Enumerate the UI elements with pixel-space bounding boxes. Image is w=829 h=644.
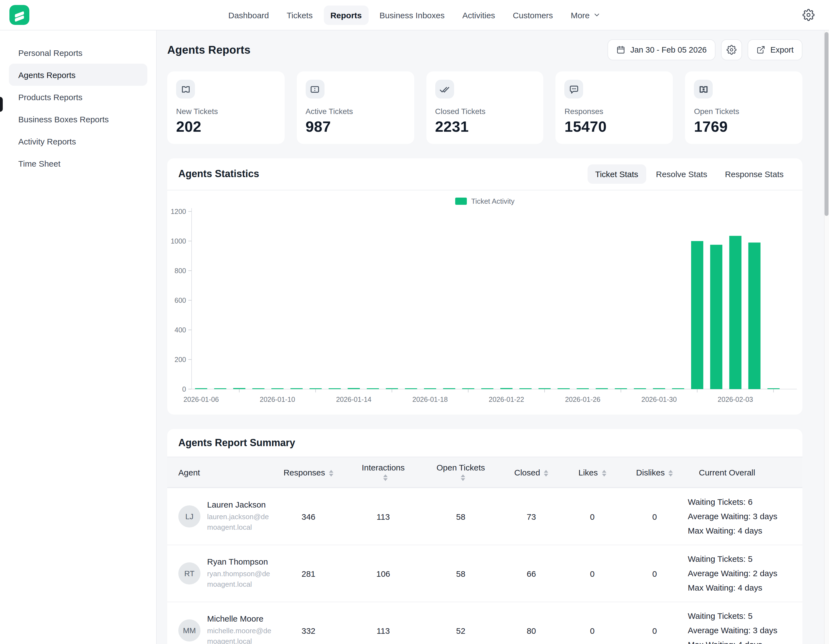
nav-item-more[interactable]: More <box>564 5 607 25</box>
tab-label: Response Stats <box>725 169 783 179</box>
column-header-agent: Agent <box>167 463 273 481</box>
export-icon <box>757 46 765 54</box>
avatar: MM <box>178 619 200 641</box>
sidebar-item-business-boxes-reports[interactable]: Business Boxes Reports <box>9 108 147 130</box>
sort-icon[interactable] <box>669 470 673 476</box>
agent-name: Michelle Moore <box>207 614 275 623</box>
svg-text:2026-01-10: 2026-01-10 <box>260 395 295 403</box>
nav-item-dashboard[interactable]: Dashboard <box>222 5 276 25</box>
agent-name: Lauren Jackson <box>207 500 275 509</box>
brand-logo-icon[interactable] <box>9 5 29 25</box>
nav-item-label: Activities <box>462 10 495 20</box>
sidebar-item-activity-reports[interactable]: Activity Reports <box>9 130 147 152</box>
sidebar-item-label: Business Boxes Reports <box>18 114 109 124</box>
stat-card-responses: Responses 15470 <box>556 71 673 144</box>
sort-icon[interactable] <box>383 474 388 481</box>
app-root: Dashboard Tickets Reports Business Inbox… <box>0 0 829 644</box>
nav-item-label: Business Inboxes <box>380 10 445 20</box>
agents-statistics-title: Agents Statistics <box>178 168 259 180</box>
table-row-michelle-moore[interactable]: MM Michelle Moore michelle.moore@demoage… <box>167 601 802 644</box>
nav-item-activities[interactable]: Activities <box>456 5 502 25</box>
agents-statistics-panel: Agents Statistics Ticket Stats Resolve S… <box>167 158 802 414</box>
page-header: Agents Reports Jan 30 - Feb 05 2026 <box>167 39 802 60</box>
report-settings-button[interactable] <box>721 39 742 60</box>
ticket-activity-bar-chart: 0200400600800100012002026-01-062026-01-1… <box>167 205 802 411</box>
chart-legend: Ticket Activity <box>167 197 802 205</box>
stat-label: Open Tickets <box>694 107 794 116</box>
closed-cell: 80 <box>500 626 563 635</box>
table-row-ryan-thompson[interactable]: RT Ryan Thompson ryan.thompson@demoagent… <box>167 545 802 601</box>
agent-name: Ryan Thompson <box>207 557 275 566</box>
nav-item-business-inboxes[interactable]: Business Inboxes <box>373 5 451 25</box>
gear-icon <box>727 45 736 55</box>
closed-cell: 66 <box>500 569 563 578</box>
sidebar-item-products-reports[interactable]: Products Reports <box>9 86 147 108</box>
svg-text:2026-01-18: 2026-01-18 <box>412 395 448 403</box>
stat-value: 1769 <box>694 118 794 135</box>
nav-item-label: More <box>571 10 589 20</box>
stat-value: 15470 <box>564 118 664 135</box>
svg-text:400: 400 <box>175 326 186 334</box>
column-header-dislikes[interactable]: Dislikes <box>621 463 688 481</box>
column-header-open-tickets[interactable]: Open Tickets <box>422 458 500 486</box>
column-header-interactions[interactable]: Interactions <box>344 458 422 486</box>
current-overall-cell: Waiting Tickets: 5 Average Waiting: 3 da… <box>688 609 802 644</box>
sort-icon[interactable] <box>460 474 465 481</box>
legend-label: Ticket Activity <box>471 197 515 205</box>
avatar: RT <box>178 562 200 584</box>
sidebar-item-time-sheet[interactable]: Time Sheet <box>9 152 147 174</box>
legend-swatch <box>455 198 467 205</box>
svg-text:0: 0 <box>182 385 186 393</box>
open-tickets-cell: 58 <box>422 512 500 521</box>
sidebar-item-label: Activity Reports <box>18 137 76 146</box>
summary-title: Agents Report Summary <box>167 429 802 457</box>
export-label: Export <box>770 46 794 54</box>
sidebar-item-label: Time Sheet <box>18 159 60 168</box>
stat-card-active-tickets: Active Tickets 987 <box>297 71 414 144</box>
nav-item-label: Dashboard <box>228 10 269 20</box>
likes-cell: 0 <box>563 512 621 521</box>
top-bar: Dashboard Tickets Reports Business Inbox… <box>0 0 829 30</box>
column-header-closed[interactable]: Closed <box>500 463 563 481</box>
likes-cell: 0 <box>563 569 621 578</box>
open-tickets-cell: 58 <box>422 569 500 578</box>
nav-item-reports[interactable]: Reports <box>324 5 368 25</box>
nav-item-tickets[interactable]: Tickets <box>280 5 319 25</box>
tab-label: Resolve Stats <box>656 169 707 179</box>
date-range-picker[interactable]: Jan 30 - Feb 05 2026 <box>607 39 716 60</box>
tab-ticket-stats[interactable]: Ticket Stats <box>587 164 646 184</box>
sidebar-active-indicator <box>0 97 3 112</box>
svg-text:2026-01-14: 2026-01-14 <box>336 395 372 403</box>
scrollbar-thumb[interactable] <box>824 32 829 216</box>
sort-icon[interactable] <box>329 470 333 476</box>
sort-icon[interactable] <box>544 470 548 476</box>
column-header-likes[interactable]: Likes <box>563 463 621 481</box>
stat-label: Active Tickets <box>306 107 405 116</box>
tab-resolve-stats[interactable]: Resolve Stats <box>648 164 715 184</box>
table-row-lauren-jackson[interactable]: LJ Lauren Jackson lauren.jackson@demoage… <box>167 488 802 545</box>
nav-item-label: Reports <box>330 10 362 20</box>
stat-label: Closed Tickets <box>435 107 535 116</box>
svg-text:600: 600 <box>175 296 186 304</box>
date-range-label: Jan 30 - Feb 05 2026 <box>630 46 707 54</box>
export-button[interactable]: Export <box>748 39 802 60</box>
sidebar-item-agents-reports[interactable]: Agents Reports <box>9 64 147 86</box>
dislikes-cell: 0 <box>621 569 688 578</box>
interactions-cell: 113 <box>344 626 422 635</box>
nav-item-customers[interactable]: Customers <box>506 5 559 25</box>
settings-gear-icon[interactable] <box>802 9 815 21</box>
summary-table-header: Agent Responses Interactions Open Ticket… <box>167 457 802 488</box>
stat-label: Responses <box>564 107 664 116</box>
sort-icon[interactable] <box>602 470 606 476</box>
stat-cards-row: New Tickets 202 Active Tickets 987 <box>167 71 802 144</box>
calendar-icon <box>616 46 625 54</box>
interactions-cell: 106 <box>344 569 422 578</box>
stat-value: 2231 <box>435 118 535 135</box>
agents-statistics-header: Agents Statistics Ticket Stats Resolve S… <box>167 158 802 191</box>
column-header-responses[interactable]: Responses <box>273 463 344 481</box>
tab-response-stats[interactable]: Response Stats <box>717 164 791 184</box>
scrollbar-track[interactable] <box>824 30 829 644</box>
chat-bubble-icon <box>564 80 583 99</box>
sidebar-item-personal-reports[interactable]: Personal Reports <box>9 41 147 64</box>
agent-cell: LJ Lauren Jackson lauren.jackson@demoage… <box>167 500 273 533</box>
